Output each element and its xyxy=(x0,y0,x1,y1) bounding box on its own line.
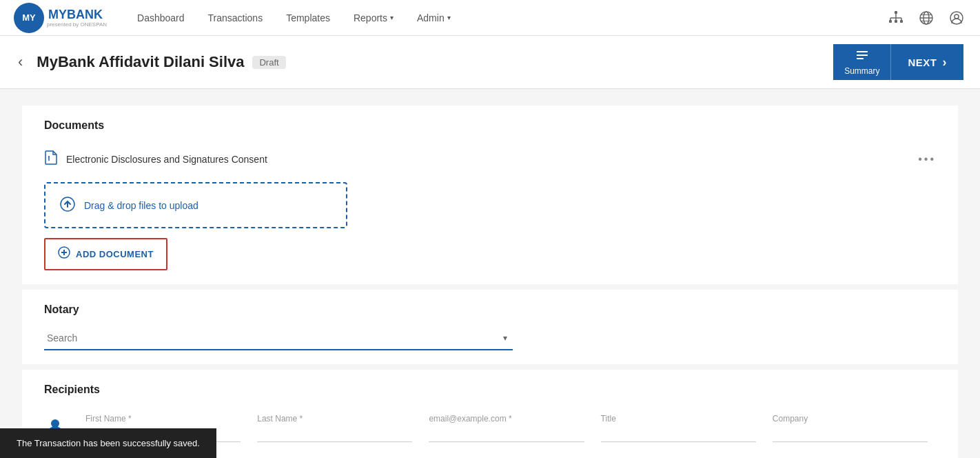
summary-label: Summary xyxy=(844,66,879,76)
page-header-left: ‹ MyBank Affidavit Dilani Silva Draft xyxy=(17,52,286,72)
notary-search-row: ▾ xyxy=(44,327,513,350)
nav-reports[interactable]: Reports ▾ xyxy=(344,0,403,36)
nav-reports-label: Reports xyxy=(354,12,387,23)
user-account-icon[interactable] xyxy=(947,8,966,28)
nav-reports-chevron: ▾ xyxy=(390,14,394,21)
recipients-title: Recipients xyxy=(44,384,936,396)
nav-dashboard[interactable]: Dashboard xyxy=(127,0,194,36)
email-input[interactable] xyxy=(429,425,584,442)
nav-admin-chevron: ▾ xyxy=(447,14,451,21)
org-chart-icon[interactable] xyxy=(886,8,906,28)
nav-templates-label: Templates xyxy=(286,12,330,23)
svg-rect-18 xyxy=(857,58,864,59)
header-actions: Summary NEXT › xyxy=(833,44,963,80)
nav-admin-label: Admin xyxy=(417,12,445,23)
document-icon xyxy=(44,150,58,168)
page-header: ‹ MyBank Affidavit Dilani Silva Draft Su… xyxy=(0,36,980,89)
title-field: Title xyxy=(593,414,764,442)
nav-transactions[interactable]: Transactions xyxy=(198,0,273,36)
nav-templates[interactable]: Templates xyxy=(276,0,340,36)
nav-right xyxy=(886,8,966,28)
logo-text-group: MYBANK presented by ONESPAN xyxy=(47,8,107,28)
svg-rect-1 xyxy=(889,20,892,23)
company-label: Company xyxy=(773,414,928,424)
document-row: Electronic Disclosures and Signatures Co… xyxy=(44,143,936,175)
toast-message: The Transaction has been successfully sa… xyxy=(17,438,200,448)
svg-rect-3 xyxy=(900,20,903,23)
document-menu-icon[interactable]: ••• xyxy=(918,153,936,166)
logo: MY MYBANK presented by ONESPAN xyxy=(14,3,107,33)
svg-rect-0 xyxy=(895,11,897,14)
document-name: Electronic Disclosures and Signatures Co… xyxy=(66,154,910,165)
company-input[interactable] xyxy=(773,425,928,442)
notary-title: Notary xyxy=(44,303,936,316)
summary-button[interactable]: Summary xyxy=(833,44,891,80)
title-input[interactable] xyxy=(601,425,756,442)
next-label: NEXT xyxy=(908,57,937,68)
next-arrow-icon: › xyxy=(943,55,948,70)
nav-admin[interactable]: Admin ▾ xyxy=(407,0,460,36)
next-button[interactable]: NEXT › xyxy=(891,44,963,80)
documents-title: Documents xyxy=(44,119,936,132)
main-content: Documents Electronic Disclosures and Sig… xyxy=(0,89,980,458)
logo-text: MYBANK xyxy=(48,8,103,21)
upload-zone[interactable]: Drag & drop files to upload xyxy=(44,182,347,228)
company-field: Company xyxy=(764,414,936,442)
back-button[interactable]: ‹ xyxy=(17,52,28,72)
add-document-label: ADD DOCUMENT xyxy=(76,249,154,259)
nav-dashboard-label: Dashboard xyxy=(137,12,185,23)
notary-search-input[interactable] xyxy=(44,327,498,349)
last-name-field: Last Name * xyxy=(249,414,420,442)
nav-items: Dashboard Transactions Templates Reports… xyxy=(127,0,886,36)
add-document-icon xyxy=(58,246,70,262)
notary-dropdown-chevron: ▾ xyxy=(498,333,513,343)
svg-rect-2 xyxy=(895,20,897,23)
notary-section: Notary ▾ xyxy=(22,290,958,364)
add-document-wrapper: ADD DOCUMENT xyxy=(44,238,167,270)
nav-transactions-label: Transactions xyxy=(208,12,263,23)
logo-circle: MY xyxy=(14,3,44,33)
upload-label: Drag & drop files to upload xyxy=(84,200,198,211)
summary-icon xyxy=(855,48,869,65)
email-label: email@example.com * xyxy=(429,414,584,424)
logo-sub: presented by ONESPAN xyxy=(47,22,107,28)
title-label: Title xyxy=(601,414,756,424)
first-name-label: First Name * xyxy=(85,414,241,424)
navigation: MY MYBANK presented by ONESPAN Dashboard… xyxy=(0,0,980,36)
svg-rect-17 xyxy=(857,54,868,56)
last-name-label: Last Name * xyxy=(257,414,412,424)
documents-section: Documents Electronic Disclosures and Sig… xyxy=(22,106,958,284)
upload-icon xyxy=(59,196,76,215)
page-title: MyBank Affidavit Dilani Silva xyxy=(37,53,244,71)
status-badge: Draft xyxy=(252,56,285,69)
svg-point-15 xyxy=(955,14,959,19)
email-field: email@example.com * xyxy=(420,414,592,442)
last-name-input[interactable] xyxy=(257,425,412,442)
add-document-button[interactable]: ADD DOCUMENT xyxy=(45,239,166,269)
svg-rect-16 xyxy=(857,51,868,52)
logo-initials: MY xyxy=(22,12,36,23)
globe-icon[interactable] xyxy=(917,8,936,28)
toast-notification: The Transaction has been successfully sa… xyxy=(0,428,216,458)
